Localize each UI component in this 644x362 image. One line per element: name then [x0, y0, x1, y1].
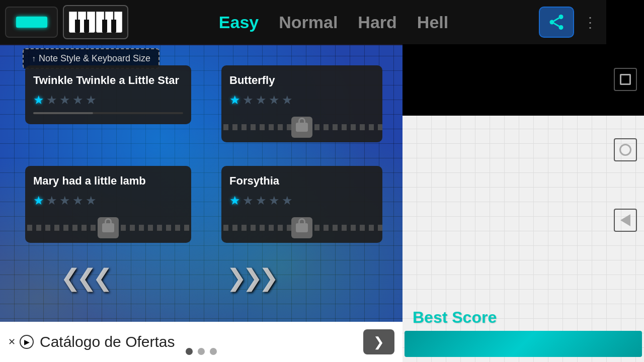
- song-card-twinkle[interactable]: Twinkle Twinkle a Little Star ★ ★ ★ ★ ★: [25, 65, 191, 124]
- piano-view-btn[interactable]: [63, 5, 128, 39]
- ad-forward-btn[interactable]: ❯: [363, 329, 394, 354]
- star-1: ★: [229, 194, 240, 208]
- arrow-up-icon: ↑: [32, 54, 36, 63]
- star-3: ★: [59, 194, 70, 208]
- svg-point-2: [559, 25, 564, 30]
- android-square-btn[interactable]: [614, 68, 637, 91]
- stars-mary: ★ ★ ★ ★ ★: [33, 194, 183, 208]
- more-options-btn[interactable]: ⋮: [579, 14, 601, 31]
- top-navigation: Easy Normal Hard Hell ⋮: [0, 0, 606, 44]
- lock-overlay-butterfly: [221, 112, 382, 142]
- tab-hell[interactable]: Hell: [417, 13, 448, 32]
- star-3: ★: [59, 93, 70, 107]
- svg-line-4: [554, 18, 559, 21]
- ad-dot-3: [210, 348, 217, 355]
- ad-forward-icon: ❯: [373, 334, 384, 350]
- song-title-forsythia: Forsythia: [229, 174, 374, 189]
- best-score-label: Best Score: [403, 303, 644, 331]
- piano-icon: [69, 12, 122, 33]
- star-4: ★: [72, 93, 84, 107]
- star-3: ★: [256, 93, 267, 107]
- star-2: ★: [243, 93, 254, 107]
- ad-dot-2: [198, 348, 205, 355]
- progress-bg-twinkle: [33, 112, 183, 114]
- star-1: ★: [33, 93, 44, 107]
- star-1: ★: [33, 194, 44, 208]
- right-arrow-icon: ❯❯❯: [226, 263, 275, 292]
- green-bar-indicator: [16, 17, 47, 28]
- progress-fill-twinkle: [33, 112, 93, 114]
- song-card-mary[interactable]: Mary had a little lamb ★ ★ ★ ★ ★: [25, 166, 191, 243]
- star-3: ★: [256, 194, 267, 208]
- star-4: ★: [269, 93, 280, 107]
- svg-point-0: [559, 15, 564, 19]
- lock-icon-forsythia: [291, 217, 312, 238]
- ad-dot-1: [186, 348, 193, 355]
- chain-butterfly: [221, 117, 382, 138]
- lock-icon-mary: [98, 217, 119, 238]
- star-2: ★: [46, 194, 57, 208]
- stars-butterfly: ★ ★ ★ ★ ★: [229, 93, 374, 107]
- circle-icon: [619, 144, 631, 156]
- next-page-btn[interactable]: ❯❯❯: [226, 263, 275, 292]
- android-back-btn[interactable]: [614, 209, 637, 232]
- chain-left: [221, 124, 291, 130]
- share-icon: [547, 13, 566, 31]
- star-5: ★: [86, 93, 97, 107]
- chain-right: [312, 124, 382, 130]
- chain-forsythia: [221, 217, 382, 238]
- tab-easy[interactable]: Easy: [219, 13, 259, 32]
- song-title-mary: Mary had a little lamb: [33, 174, 183, 189]
- ad-close-icon[interactable]: ▶: [20, 335, 34, 349]
- star-2: ★: [243, 194, 254, 208]
- song-card-butterfly[interactable]: Butterfly ★ ★ ★ ★ ★: [221, 65, 382, 142]
- star-5: ★: [86, 194, 97, 208]
- svg-line-3: [554, 23, 559, 26]
- song-title-twinkle: Twinkle Twinkle a Little Star: [33, 73, 183, 88]
- ad-dots: [186, 348, 217, 355]
- square-icon: [620, 74, 631, 85]
- stars-twinkle: ★ ★ ★ ★ ★: [33, 93, 183, 107]
- star-1: ★: [229, 93, 240, 107]
- ad-banner: ✕ ▶ Catálogo de Ofertas ❯: [0, 322, 403, 362]
- star-4: ★: [72, 194, 84, 208]
- stars-forsythia: ★ ★ ★ ★ ★: [229, 194, 374, 208]
- chain-right: [312, 225, 382, 231]
- prev-page-btn[interactable]: ❮❮❮: [60, 263, 109, 292]
- best-score-bar: [405, 331, 642, 357]
- back-icon: [620, 214, 630, 226]
- star-2: ★: [46, 93, 57, 107]
- chain-left: [221, 225, 291, 231]
- mode-toggle-btn[interactable]: [5, 7, 58, 38]
- game-area: ↑ Note Style & Keyboard Size Twinkle Twi…: [0, 0, 403, 362]
- tab-normal[interactable]: Normal: [279, 13, 338, 32]
- left-arrow-icon: ❮❮❮: [60, 263, 109, 292]
- note-style-text: Note Style & Keyboard Size: [39, 53, 150, 64]
- lock-overlay-mary: [25, 213, 191, 243]
- song-title-butterfly: Butterfly: [229, 73, 374, 88]
- star-5: ★: [282, 194, 293, 208]
- star-4: ★: [269, 194, 280, 208]
- star-5: ★: [282, 93, 293, 107]
- share-button[interactable]: [539, 7, 574, 38]
- ad-close-text: ▶: [24, 338, 30, 346]
- chain-right: [119, 225, 191, 231]
- android-circle-btn[interactable]: [614, 138, 637, 161]
- ad-x-btn[interactable]: ✕: [8, 336, 16, 347]
- chain-left: [25, 225, 98, 231]
- lock-icon-butterfly: [291, 117, 312, 138]
- svg-point-1: [550, 20, 554, 25]
- difficulty-tabs: Easy Normal Hard Hell: [133, 13, 534, 32]
- lock-overlay-forsythia: [221, 213, 382, 243]
- tab-hard[interactable]: Hard: [358, 13, 396, 32]
- chain-mary: [25, 217, 191, 238]
- song-card-forsythia[interactable]: Forsythia ★ ★ ★ ★ ★: [221, 166, 382, 243]
